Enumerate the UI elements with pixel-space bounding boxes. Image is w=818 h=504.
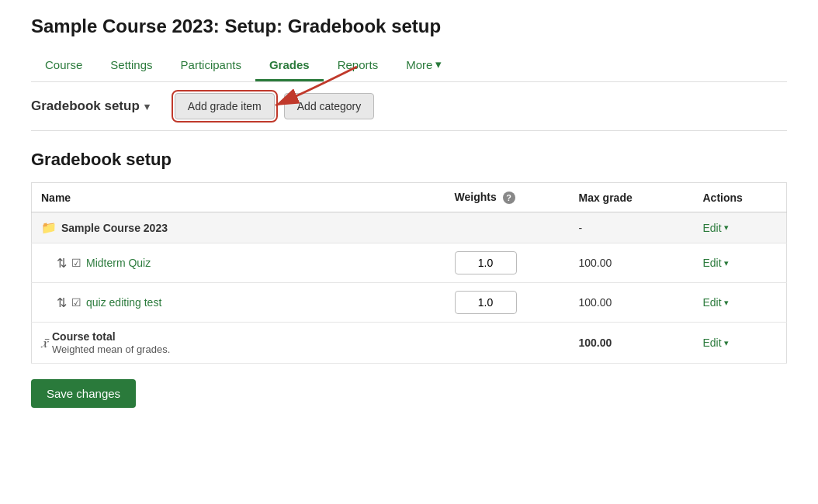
total-max-grade-cell: 100.00 xyxy=(570,323,694,364)
table-row: ⇅ ☑ quiz editing test 100.00 Edit ▾ xyxy=(32,283,787,323)
check-icon: ☑ xyxy=(71,296,81,309)
item1-name-cell: ⇅ ☑ Midterm Quiz xyxy=(32,243,445,283)
course-weight-cell xyxy=(445,212,570,243)
nav-tabs: Course Settings Participants Grades Repo… xyxy=(31,50,787,82)
tab-more[interactable]: More ▾ xyxy=(392,50,456,81)
toolbar: Gradebook setup ▾ Add grade item Add cat… xyxy=(31,82,787,131)
course-max-grade-cell: - xyxy=(570,212,694,243)
sort-icon: ⇅ xyxy=(57,295,67,310)
toolbar-chevron-icon: ▾ xyxy=(144,101,150,112)
col-header-actions: Actions xyxy=(694,183,787,212)
edit-chevron-icon: ▾ xyxy=(724,338,729,348)
col-header-weights: Weights ? xyxy=(445,183,570,212)
item2-max-grade-cell: 100.00 xyxy=(570,283,694,323)
item2-name-cell: ⇅ ☑ quiz editing test xyxy=(32,283,445,323)
quiz-editing-test-edit-link[interactable]: Edit ▾ xyxy=(703,296,778,309)
table-row: 𝑥̄ Course total Weighted mean of grades.… xyxy=(32,323,787,364)
weights-info-icon[interactable]: ? xyxy=(503,192,515,204)
add-grade-item-button[interactable]: Add grade item xyxy=(175,93,275,119)
col-header-name: Name xyxy=(32,183,445,212)
tab-settings[interactable]: Settings xyxy=(96,50,166,81)
page-title: Sample Course 2023: Setup: Gradebook set… xyxy=(31,16,787,37)
edit-chevron-icon: ▾ xyxy=(724,223,729,233)
chevron-down-icon: ▾ xyxy=(435,57,442,71)
item1-max-grade-cell: 100.00 xyxy=(570,243,694,283)
tab-course[interactable]: Course xyxy=(31,50,96,81)
course-edit-link[interactable]: Edit ▾ xyxy=(703,222,778,234)
total-actions-cell: Edit ▾ xyxy=(694,323,787,364)
section-title: Gradebook setup xyxy=(31,150,787,170)
edit-chevron-icon: ▾ xyxy=(724,298,729,308)
course-actions-cell: Edit ▾ xyxy=(694,212,787,243)
toolbar-title: Gradebook setup ▾ xyxy=(31,98,150,114)
midterm-quiz-weight-input[interactable] xyxy=(455,251,517,274)
quiz-editing-test-weight-input[interactable] xyxy=(455,291,517,314)
edit-chevron-icon: ▾ xyxy=(724,258,729,268)
item2-actions-cell: Edit ▾ xyxy=(694,283,787,323)
tab-grades[interactable]: Grades xyxy=(255,50,324,81)
item2-weight-cell xyxy=(445,283,570,323)
folder-icon: 📁 xyxy=(41,220,57,235)
col-header-max-grade: Max grade xyxy=(570,183,694,212)
table-row: ⇅ ☑ Midterm Quiz 100.00 Edit ▾ xyxy=(32,243,787,283)
tab-reports[interactable]: Reports xyxy=(324,50,393,81)
course-name: Sample Course 2023 xyxy=(61,222,168,234)
item1-weight-cell xyxy=(445,243,570,283)
grade-table: Name Weights ? Max grade Actions 📁 Sampl… xyxy=(31,182,787,364)
total-name-cell: 𝑥̄ Course total Weighted mean of grades. xyxy=(32,323,445,364)
table-row: 📁 Sample Course 2023 - Edit ▾ xyxy=(32,212,787,243)
sigma-icon: 𝑥̄ xyxy=(41,335,47,351)
item1-actions-cell: Edit ▾ xyxy=(694,243,787,283)
midterm-quiz-link[interactable]: Midterm Quiz xyxy=(86,257,151,269)
midterm-quiz-edit-link[interactable]: Edit ▾ xyxy=(703,257,778,269)
check-icon: ☑ xyxy=(71,257,81,269)
course-total-subtitle: Weighted mean of grades. xyxy=(52,343,170,355)
save-changes-button[interactable]: Save changes xyxy=(31,379,136,408)
add-category-button[interactable]: Add category xyxy=(284,93,375,119)
course-total-name: Course total xyxy=(52,330,116,343)
quiz-editing-test-link[interactable]: quiz editing test xyxy=(86,296,161,309)
sort-icon: ⇅ xyxy=(57,256,67,271)
total-weight-cell xyxy=(445,323,570,364)
tab-participants[interactable]: Participants xyxy=(167,50,255,81)
course-name-cell: 📁 Sample Course 2023 xyxy=(32,212,445,243)
total-edit-link[interactable]: Edit ▾ xyxy=(703,337,778,349)
